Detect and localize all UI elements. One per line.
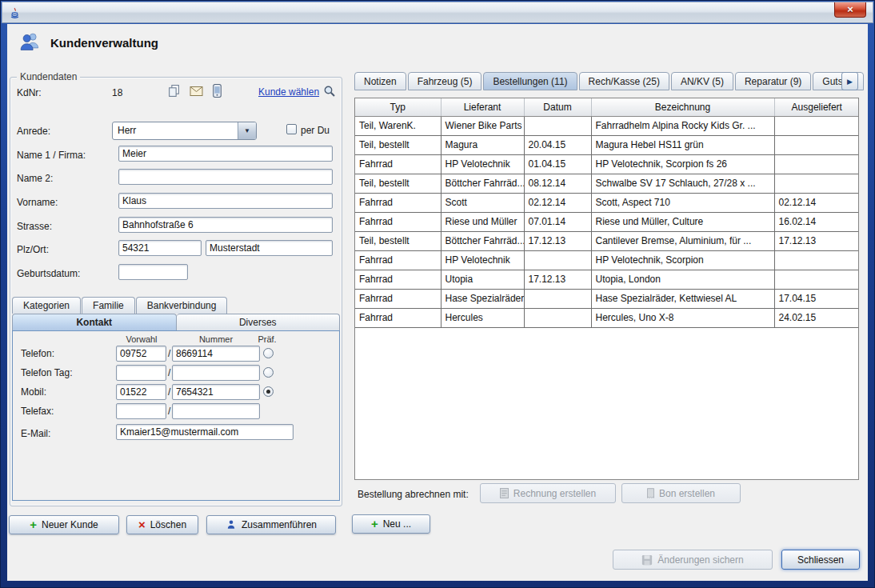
tab-kontakt[interactable]: Kontakt	[12, 314, 177, 330]
geburtsdatum-label: Geburtsdatum:	[17, 268, 80, 279]
kunde-waehlen-link[interactable]: Kunde wählen	[258, 86, 319, 98]
table-cell: Wiener Bike Parts	[441, 116, 524, 135]
table-row[interactable]: FahrradUtopia17.12.13Utopia, London	[355, 270, 859, 289]
email-label: E-Mail:	[21, 428, 50, 439]
nummer-input[interactable]	[172, 403, 260, 419]
plus-icon: +	[371, 518, 378, 530]
table-cell: Schwalbe SV 17 Schlauch, 27/28 x ...	[591, 174, 774, 193]
tab-reparatur-9[interactable]: Reparatur (9)	[735, 72, 811, 90]
vorwahl-input[interactable]	[116, 403, 166, 419]
copy-icon[interactable]	[167, 84, 181, 98]
zusammenfuehren-button[interactable]: Zusammenführen	[206, 515, 336, 534]
anrede-select[interactable]: Herr ▼	[112, 122, 257, 140]
praef-radio[interactable]	[263, 386, 274, 397]
table-cell	[774, 135, 859, 154]
kdnr-label: KdNr:	[17, 87, 42, 98]
table-cell: Hercules	[441, 308, 524, 327]
search-icon[interactable]	[323, 85, 336, 98]
table-row[interactable]: FahrradHP Velotechnik01.04.15HP Velotech…	[355, 154, 859, 174]
table-cell: Magura Hebel HS11 grün	[591, 135, 774, 154]
schliessen-button[interactable]: Schliessen	[781, 550, 860, 570]
column-header-ausgeliefert[interactable]: Ausgeliefert	[774, 98, 859, 116]
table-row[interactable]: Teil, bestelltMagura20.04.15Magura Hebel…	[355, 135, 859, 154]
table-row[interactable]: Teil, bestelltBöttcher Fahrräd...08.12.1…	[355, 174, 859, 193]
table-row[interactable]: Teil, WarenK.Wiener Bike PartsFahrradhel…	[355, 116, 859, 135]
tab-an-kv-5[interactable]: AN/KV (5)	[671, 72, 733, 90]
table-row[interactable]: FahrradHase SpezialräderHase Spezialräde…	[355, 289, 859, 308]
neuer-kunde-button-label: Neuer Kunde	[42, 519, 98, 530]
tab-kategorien[interactable]: Kategorien	[12, 297, 81, 314]
plzort-label: Plz/Ort:	[17, 244, 49, 255]
nummer-input[interactable]	[172, 346, 260, 362]
column-header-bezeichnung[interactable]: Bezeichnung	[591, 98, 774, 116]
vorwahl-input[interactable]	[116, 346, 166, 362]
bon-erstellen-button: Bon erstellen	[621, 483, 741, 503]
table-row[interactable]: FahrradHerculesHercules, Uno X-824.02.15	[355, 308, 859, 327]
tab-scroll-right-button[interactable]: ▶	[841, 72, 858, 90]
table-cell: 02.12.14	[774, 193, 859, 212]
plus-icon: +	[30, 519, 37, 530]
table-cell: 01.04.15	[524, 154, 591, 174]
kontakt-tab-panel: Vorwahl Nummer Präf. E-Mail: Telefon:/Te…	[12, 330, 340, 501]
ort-input[interactable]	[206, 240, 333, 256]
tab-rech-kasse-25[interactable]: Rech/Kasse (25)	[579, 72, 669, 90]
nummer-input[interactable]	[172, 384, 260, 400]
tab-familie[interactable]: Familie	[82, 297, 135, 314]
geburtsdatum-input[interactable]	[118, 264, 188, 280]
tab-notizen[interactable]: Notizen	[354, 72, 406, 90]
phone-icon[interactable]	[213, 84, 222, 98]
table-cell	[774, 270, 859, 289]
table-row[interactable]: FahrradHP VelotechnikHP Velotechnik, Sco…	[355, 250, 859, 270]
name2-input[interactable]	[118, 169, 333, 185]
chevron-down-icon[interactable]: ▼	[238, 122, 256, 139]
table-cell	[524, 308, 591, 327]
column-header-lieferant[interactable]: Lieferant	[441, 98, 524, 116]
tab-fahrzeug-5[interactable]: Fahrzeug (5)	[408, 72, 482, 90]
table-cell: Hercules, Uno X-8	[591, 308, 774, 327]
table-cell: Fahrradhelm Alpina Rocky Kids Gr. ...	[591, 116, 774, 135]
nummer-input[interactable]	[172, 365, 260, 381]
table-cell	[524, 250, 591, 270]
tab-diverses[interactable]: Diverses	[177, 314, 341, 330]
name1-input[interactable]	[118, 146, 333, 162]
table-cell: HP Velotechnik	[441, 154, 524, 174]
per-du-checkbox[interactable]	[286, 124, 297, 134]
loeschen-button[interactable]: × Löschen	[126, 515, 198, 534]
vorwahl-column-header: Vorwahl	[116, 334, 167, 344]
table-cell: Hase Spezialräder, Kettwiesel AL	[591, 289, 774, 308]
email-icon[interactable]	[190, 86, 203, 96]
column-header-typ[interactable]: Typ	[355, 98, 441, 116]
strasse-input[interactable]	[118, 217, 333, 233]
praef-radio[interactable]	[263, 367, 274, 378]
praef-radio[interactable]	[263, 348, 274, 358]
table-cell: 07.01.14	[524, 212, 591, 231]
tab-bankverbindung[interactable]: Bankverbindung	[136, 297, 228, 314]
vorwahl-input[interactable]	[116, 384, 166, 400]
kontakt-row-label: Telefon:	[21, 348, 54, 359]
table-row[interactable]: FahrradScott02.12.14Scott, Aspect 71002.…	[355, 193, 859, 212]
window-close-button[interactable]: ×	[834, 2, 866, 18]
table-cell: 24.02.15	[774, 308, 859, 327]
save-icon	[641, 554, 653, 566]
plz-input[interactable]	[118, 240, 202, 256]
table-cell: HP Velotechnik, Scorpion	[591, 250, 774, 270]
name1-label: Name 1 / Firma:	[17, 150, 86, 161]
neu-button[interactable]: + Neu ...	[352, 514, 430, 534]
titlebar: ×	[2, 2, 873, 23]
table-cell: Fahrrad	[355, 212, 441, 231]
vorwahl-input[interactable]	[116, 365, 166, 381]
table-cell: Hase Spezialräder	[441, 289, 524, 308]
tab-bestellungen-11[interactable]: Bestellungen (11)	[483, 72, 577, 90]
dialog-content: Kundenverwaltung Kundendaten KdNr: 18	[7, 24, 868, 581]
abrechnen-label: Bestellung abrechnen mit:	[358, 489, 469, 500]
table-row[interactable]: FahrradRiese und Müller07.01.14Riese und…	[355, 212, 859, 231]
neuer-kunde-button[interactable]: + Neuer Kunde	[9, 515, 119, 534]
kundendaten-panel-title: Kundendaten	[17, 71, 80, 82]
vorname-input[interactable]	[118, 193, 333, 209]
column-header-datum[interactable]: Datum	[524, 98, 591, 116]
bestellungen-table: TypLieferantDatumBezeichnungAusgeliefert…	[355, 98, 859, 328]
table-cell: Böttcher Fahrräd...	[441, 174, 524, 193]
page-title: Kundenverwaltung	[50, 36, 158, 50]
table-row[interactable]: Teil, bestelltBöttcher Fahrräd...17.12.1…	[355, 231, 859, 250]
email-input[interactable]	[116, 424, 294, 440]
